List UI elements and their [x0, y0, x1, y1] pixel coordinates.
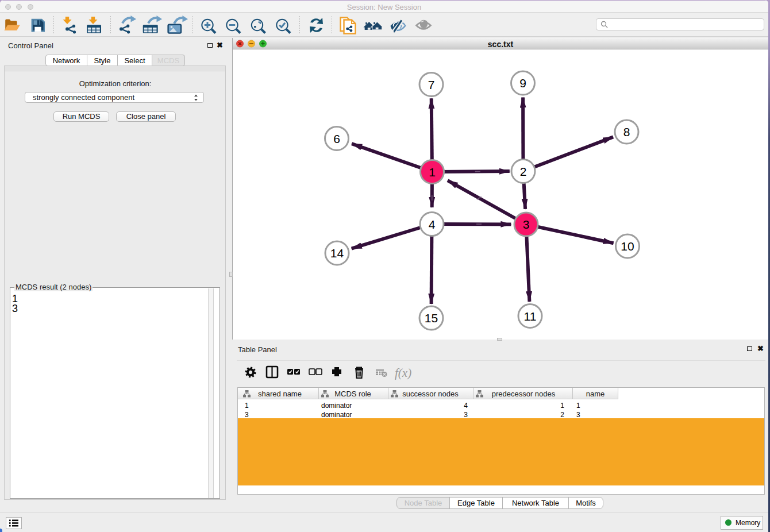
- svg-text:1: 1: [429, 165, 436, 179]
- svg-text:f(x): f(x): [395, 366, 411, 380]
- svg-text:14: 14: [330, 246, 344, 260]
- svg-text:11: 11: [524, 310, 537, 323]
- svg-text:2: 2: [520, 165, 527, 178]
- svg-text:15: 15: [425, 311, 438, 325]
- svg-text:3: 3: [523, 218, 530, 231]
- svg-text:6: 6: [333, 132, 340, 145]
- svg-text:9: 9: [519, 76, 526, 90]
- svg-text:10: 10: [621, 240, 634, 253]
- svg-text:7: 7: [428, 78, 435, 91]
- svg-text:8: 8: [623, 125, 630, 138]
- svg-text:4: 4: [429, 218, 436, 231]
